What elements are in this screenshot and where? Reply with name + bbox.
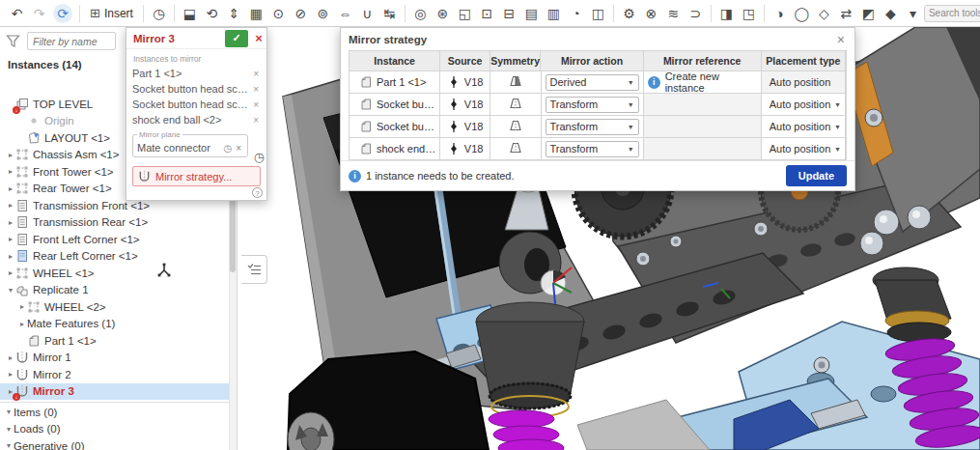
expand-chevron-icon[interactable]: ▾ bbox=[4, 441, 14, 450]
expand-chevron-icon[interactable]: ▸ bbox=[17, 302, 27, 311]
spring-icon[interactable]: ≋ bbox=[662, 3, 685, 24]
undo-icon[interactable]: ↶ bbox=[6, 3, 28, 24]
expand-chevron-icon[interactable]: ▾ bbox=[4, 408, 14, 416]
expand-chevron-icon[interactable]: ▸ bbox=[6, 235, 15, 243]
pattern-icon[interactable]: ▤ bbox=[520, 3, 543, 24]
tree-section-loads[interactable]: ▾Loads (0) bbox=[0, 421, 230, 437]
replicate-icon[interactable]: ⊡ bbox=[476, 3, 498, 24]
strategy-close-icon[interactable]: × bbox=[835, 32, 847, 47]
placement-type-cell[interactable]: Auto position▼ bbox=[762, 94, 846, 116]
linear-pattern-icon[interactable]: ▥ bbox=[543, 3, 565, 24]
accept-button[interactable]: ✓ bbox=[225, 30, 248, 47]
display-states-icon[interactable]: ◨ bbox=[715, 3, 738, 24]
expand-chevron-icon[interactable]: ▸ bbox=[6, 370, 15, 379]
mate-connector-icon[interactable]: ◎ bbox=[409, 3, 432, 24]
circular-pattern-icon[interactable]: ◔ bbox=[565, 3, 587, 24]
rollback-icon[interactable]: ◷ bbox=[148, 3, 170, 24]
mirror-icon[interactable]: ◫ bbox=[587, 3, 609, 24]
mate-limits-icon[interactable]: ↹ bbox=[378, 3, 401, 24]
instances-panel-toggle[interactable] bbox=[241, 255, 267, 284]
remove-instance-icon[interactable]: × bbox=[251, 69, 261, 79]
filter-input[interactable] bbox=[27, 32, 116, 50]
cancel-button[interactable]: × bbox=[251, 31, 266, 45]
standard-content-icon[interactable]: ⊛ bbox=[432, 3, 454, 24]
mirror-strategy-button[interactable]: Mirror strategy... bbox=[132, 166, 261, 186]
exploded-view-icon[interactable]: ◳ bbox=[738, 3, 760, 24]
dropdown-caret-icon[interactable]: ▼ bbox=[834, 101, 841, 108]
expand-chevron-icon[interactable]: ▸ bbox=[6, 184, 15, 193]
remove-instance-icon[interactable]: × bbox=[251, 115, 261, 126]
mirror-action-select[interactable]: Transform▼ bbox=[546, 119, 639, 135]
remove-instance-icon[interactable]: × bbox=[251, 99, 261, 110]
redo-icon[interactable]: ↷ bbox=[28, 3, 50, 24]
expand-chevron-icon[interactable]: ▸ bbox=[17, 320, 27, 328]
expand-chevron-icon[interactable]: ▸ bbox=[6, 201, 15, 210]
mirror-plane-field[interactable]: Mirror plane Mate connector ◷ × bbox=[132, 134, 248, 157]
expand-chevron-icon[interactable]: ▸ bbox=[6, 353, 15, 362]
more-tools-chevron-icon[interactable]: ▾ bbox=[902, 3, 924, 24]
rollback-clock-icon[interactable]: ◷ bbox=[254, 150, 265, 164]
expand-chevron-icon[interactable]: ▸ bbox=[6, 252, 15, 261]
belt-icon[interactable]: ⊃ bbox=[685, 3, 707, 24]
ball-mate-icon[interactable]: ⊚ bbox=[312, 3, 334, 24]
named-views-icon[interactable]: ◇ bbox=[813, 3, 835, 24]
mirror-instance-item[interactable]: Socket button head screw M3...× bbox=[132, 81, 261, 97]
tree-item-wheel-2-[interactable]: ▸WHEEL <2> bbox=[0, 298, 230, 315]
mirror-action-select[interactable]: Transform▼ bbox=[546, 97, 639, 113]
tree-item-mate-features-1-[interactable]: ▸Mate Features (1) bbox=[0, 316, 230, 332]
tree-section-items[interactable]: ▾Items (0) bbox=[0, 404, 230, 420]
mate-icon[interactable]: ⬓ bbox=[179, 3, 201, 24]
cylindrical-mate-icon[interactable]: ⊙ bbox=[267, 3, 290, 24]
appearance-icon[interactable]: ◯ bbox=[791, 3, 813, 24]
revolute-mate-icon[interactable]: ⟲ bbox=[201, 3, 223, 24]
section-view-icon[interactable]: ◑ bbox=[769, 3, 791, 24]
search-tools-input[interactable]: Search tools... alt/⌥ c bbox=[924, 5, 980, 22]
tangent-mate-icon[interactable]: ∪ bbox=[356, 3, 378, 24]
sync-icon[interactable]: ⟳ bbox=[53, 4, 72, 23]
tree-item-front-left-corner-1-[interactable]: ▸Front Left Corner <1> bbox=[0, 231, 230, 247]
tree-section-generative[interactable]: ▾Generative (0) bbox=[0, 437, 230, 450]
tree-item-wheel-1-[interactable]: ▸WHEEL <1> bbox=[0, 265, 230, 281]
tree-item-mirror-1[interactable]: ▸Mirror 1 bbox=[0, 350, 230, 366]
slider-mate-icon[interactable]: ⇕ bbox=[223, 3, 245, 24]
tree-item-rear-left-corner-1-[interactable]: ▸Rear Left Corner <1> bbox=[0, 248, 230, 265]
tree-item-mirror-3[interactable]: ▸↓Mirror 3 bbox=[0, 383, 230, 400]
expand-chevron-icon[interactable]: ▾ bbox=[6, 286, 15, 295]
onshape-assembly-window: ↶↷⟳⊞Insert◷⬓⟲⇕▦⊙⊘⊚⇔∪↹◎⊛◱⊡⊟▤▥◔◫⚙⊗≋⊃◨◳◑◯◇⇄… bbox=[0, 0, 980, 450]
parallel-mate-icon[interactable]: ⇔ bbox=[334, 3, 356, 24]
mirror-action-select[interactable]: Derived▼ bbox=[546, 74, 639, 91]
help-icon[interactable]: ? bbox=[252, 187, 263, 198]
plane-history-icon[interactable]: ◷ bbox=[223, 143, 232, 154]
pin-slot-mate-icon[interactable]: ⊘ bbox=[290, 3, 312, 24]
expand-chevron-icon[interactable]: ▾ bbox=[4, 425, 14, 434]
strategy-dialog-title: Mirror strategy bbox=[349, 34, 835, 45]
mirror-instance-item[interactable]: shock end ball <2>× bbox=[132, 112, 261, 127]
tree-item-mirror-2[interactable]: ▸Mirror 2 bbox=[0, 366, 230, 382]
mirror-instance-item[interactable]: Part 1 <1>× bbox=[132, 66, 261, 81]
plane-remove-icon[interactable]: × bbox=[236, 143, 241, 154]
configurations-icon[interactable]: ◩ bbox=[857, 3, 880, 24]
isolate-icon[interactable]: ⇄ bbox=[835, 3, 857, 24]
mate-relations-icon[interactable]: ⚙ bbox=[618, 3, 640, 24]
render-icon[interactable]: ◆ bbox=[880, 3, 902, 24]
insert-button[interactable]: ⊞Insert bbox=[84, 6, 139, 20]
dropdown-caret-icon[interactable]: ▼ bbox=[834, 124, 841, 130]
remove-instance-icon[interactable]: × bbox=[251, 84, 261, 95]
tree-item-part-1-1-[interactable]: Part 1 <1> bbox=[0, 332, 230, 349]
rack-pinion-icon[interactable]: ⊗ bbox=[640, 3, 662, 24]
mirror-action-select[interactable]: Transform▼ bbox=[546, 141, 639, 157]
expand-chevron-icon[interactable]: ▸ bbox=[6, 151, 15, 159]
update-button[interactable]: Update bbox=[786, 165, 847, 186]
expand-chevron-icon[interactable]: ▸ bbox=[6, 268, 15, 277]
placement-type-cell[interactable]: Auto position▼ bbox=[762, 138, 846, 160]
tree-item-transmission-rear-1-[interactable]: ▸Transmission Rear <1> bbox=[0, 214, 230, 231]
group-icon[interactable]: ⊟ bbox=[498, 3, 520, 24]
expand-chevron-icon[interactable]: ▸ bbox=[6, 167, 15, 176]
planar-mate-icon[interactable]: ▦ bbox=[245, 3, 267, 24]
dropdown-caret-icon[interactable]: ▼ bbox=[834, 146, 841, 153]
expand-chevron-icon[interactable]: ▸ bbox=[6, 218, 15, 227]
replace-instance-icon[interactable]: ◱ bbox=[454, 3, 476, 24]
mirror-instance-item[interactable]: Socket button head screw M3...× bbox=[132, 97, 261, 112]
placement-type-cell[interactable]: Auto position▼ bbox=[762, 116, 846, 138]
tree-item-replicate-1[interactable]: ▾Replicate 1 bbox=[0, 282, 230, 298]
